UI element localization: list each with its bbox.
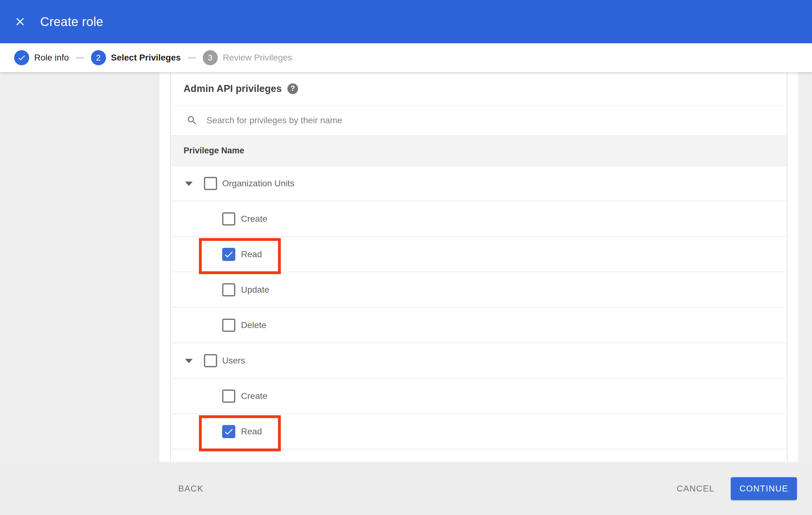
collapse-arrow-icon[interactable]: [185, 359, 193, 363]
column-header-privilege-name: Privilege Name: [183, 146, 244, 156]
privilege-row-users: Users: [171, 343, 787, 378]
search-input[interactable]: [206, 115, 646, 125]
annotation-highlight-box: [199, 415, 281, 451]
section-header: Admin API privileges ?: [171, 72, 787, 105]
privilege-label: Users: [222, 343, 245, 378]
search-icon: [186, 115, 198, 126]
collapse-arrow-icon[interactable]: [185, 182, 193, 186]
checkbox-organization-units[interactable]: [204, 177, 217, 190]
help-icon[interactable]: ?: [287, 84, 298, 94]
privilege-label: Update: [241, 272, 269, 307]
continue-button[interactable]: CONTINUE: [731, 477, 797, 500]
footer-bar: BACK CANCEL CONTINUE: [0, 462, 812, 515]
checkbox-create[interactable]: [222, 390, 235, 403]
back-button[interactable]: BACK: [178, 484, 204, 493]
close-icon: [14, 16, 26, 28]
step-role-info[interactable]: Role info: [14, 50, 69, 65]
privilege-row-create: Create: [171, 201, 787, 237]
checkbox-users[interactable]: [204, 354, 217, 367]
step2-label: Select Privileges: [111, 53, 181, 63]
privilege-row-read: Read: [171, 237, 787, 272]
privilege-row-read: Read: [171, 414, 787, 450]
check-icon: [17, 53, 26, 62]
checkbox-delete[interactable]: [222, 319, 235, 332]
search-row: [171, 105, 787, 135]
privilege-row-update: Update: [171, 272, 787, 308]
step-connector: [76, 57, 84, 58]
step1-complete-circle: [14, 50, 29, 65]
step3-label: Review Privileges: [223, 53, 292, 63]
app-bar: Create role: [0, 0, 812, 43]
step3-number-circle: 3: [203, 50, 218, 65]
stepper: Role info 2 Select Privileges 3 Review P…: [0, 43, 812, 72]
step1-label: Role info: [34, 53, 69, 63]
content-card: Admin API privileges ? Privilege Name Or…: [160, 72, 798, 462]
annotation-highlight-box: [199, 238, 281, 274]
privileges-panel: Admin API privileges ? Privilege Name Or…: [170, 72, 787, 462]
table-header: Privilege Name: [171, 135, 787, 166]
cancel-button[interactable]: CANCEL: [677, 484, 715, 493]
privilege-label: Create: [241, 201, 267, 236]
privilege-rows: Organization UnitsCreateReadUpdateDelete…: [171, 166, 787, 450]
section-title: Admin API privileges: [183, 83, 282, 94]
footer-actions: CANCEL CONTINUE: [677, 477, 797, 500]
privilege-row-create: Create: [171, 378, 787, 414]
privilege-label: Create: [241, 378, 267, 413]
privilege-label: Organization Units: [222, 166, 294, 201]
checkbox-create[interactable]: [222, 212, 235, 225]
step-review-privileges[interactable]: 3 Review Privileges: [203, 50, 292, 65]
close-button[interactable]: [13, 15, 27, 29]
privilege-row-delete: Delete: [171, 308, 787, 343]
privilege-label: Delete: [241, 308, 266, 342]
privilege-row-organization-units: Organization Units: [171, 166, 787, 201]
checkbox-update[interactable]: [222, 283, 235, 296]
step2-number-circle: 2: [91, 50, 106, 65]
step-connector: [187, 57, 196, 58]
dialog-title: Create role: [40, 15, 103, 29]
step-select-privileges[interactable]: 2 Select Privileges: [91, 50, 181, 65]
